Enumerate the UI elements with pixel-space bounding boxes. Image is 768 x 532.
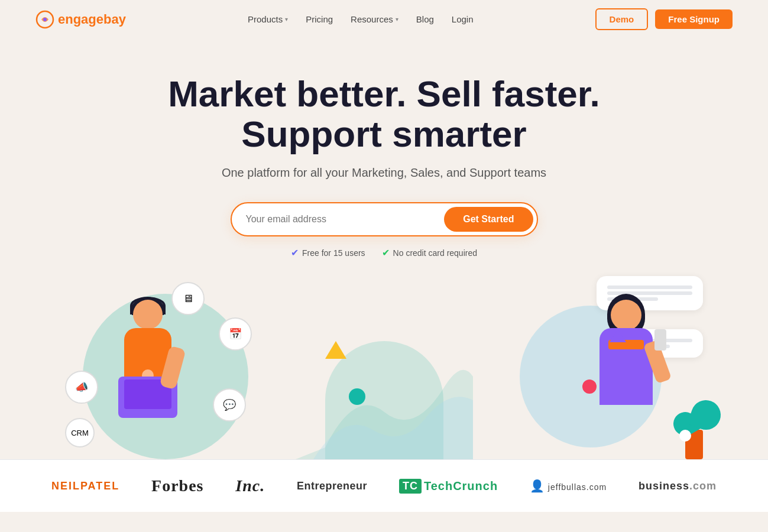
icon-circle-megaphone: 📣 [65,371,98,404]
logo-inc: Inc. [235,476,265,495]
logo-businesscom: business.com [639,480,717,492]
blob-center [325,341,443,459]
products-chevron-icon: ▾ [285,16,288,22]
check-icon-green: ✔ [382,247,390,258]
logos-bar: NEILPATEL Forbes Inc. Entrepreneur TС Te… [0,459,768,512]
crm-icon: CRM [71,429,89,437]
logo-text: engagebay [58,12,126,27]
megaphone-icon: 📣 [75,381,88,394]
demo-button[interactable]: Demo [595,8,649,30]
svg-point-1 [43,18,47,21]
nav-login[interactable]: Login [452,14,474,24]
icon-circle-chat: 💬 [213,388,246,421]
navbar: engagebay Products ▾ Pricing Resources ▾… [0,0,768,38]
get-started-button[interactable]: Get Started [444,207,533,232]
email-form: Get Started [231,202,538,236]
nav-products[interactable]: Products ▾ [248,14,288,24]
tc-text: TechCrunch [424,479,498,493]
icon-circle-calendar: 📅 [219,317,252,351]
triangle-purple-icon [610,329,626,342]
nav-pricing[interactable]: Pricing [306,14,333,24]
badge-free-users: ✔ Free for 15 users [291,247,365,258]
free-signup-button[interactable]: Free Signup [655,9,733,29]
hero-section: Market better. Sell faster. Support smar… [0,38,768,459]
check-icon-purple: ✔ [291,247,299,258]
logo-entrepreneur: Entrepreneur [297,480,367,492]
hero-subtitle: One platform for all your Marketing, Sal… [35,166,733,180]
hero-title: Market better. Sell faster. Support smar… [35,74,733,154]
resources-chevron-icon: ▾ [396,16,398,22]
hero-badges: ✔ Free for 15 users ✔ No credit card req… [35,247,733,258]
nav-resources[interactable]: Resources ▾ [351,14,398,24]
nav-links: Products ▾ Pricing Resources ▾ Blog Logi… [248,14,474,24]
tc-badge: TС [399,479,422,494]
logo-forbes: Forbes [151,476,203,495]
pr-phone [654,329,666,351]
pr-body [600,328,653,405]
triangle-yellow-icon [325,341,346,359]
logo-neilpatel: NEILPATEL [51,480,119,492]
chat-icon: 💬 [223,398,236,411]
logo-techcrunch: TС TechCrunch [399,479,498,494]
email-input[interactable] [246,214,445,225]
illustration-right [484,270,709,459]
person-left-figure [101,294,201,459]
calendar-icon: 📅 [229,327,242,340]
nav-actions: Demo Free Signup [595,8,733,30]
badge-no-credit-card: ✔ No credit card required [382,247,477,258]
person-right-figure [591,294,662,459]
logo-icon [35,10,54,29]
icon-circle-crm: CRM [65,418,95,447]
nav-blog[interactable]: Blog [416,14,434,24]
illustration-left: 🖥 📅 📣 💬 CRM [59,270,284,459]
logo[interactable]: engagebay [35,10,126,29]
hero-illustration: 🖥 📅 📣 💬 CRM [35,270,733,459]
logo-jeffbullas: 👤 jeffbullas.com [530,479,607,493]
person-head [133,300,163,329]
pr-head [611,300,641,330]
plant-decoration [685,430,703,459]
